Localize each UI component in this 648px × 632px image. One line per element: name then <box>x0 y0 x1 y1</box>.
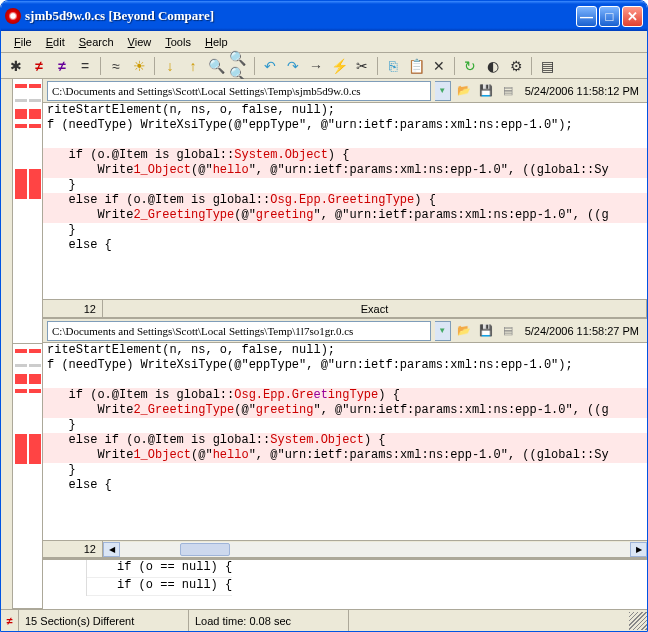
show-diff2-icon[interactable]: ≠ <box>51 55 73 77</box>
thumbnail-strip[interactable] <box>13 79 43 609</box>
top-code[interactable]: riteStartElement(n, ns, o, false, null);… <box>43 103 647 299</box>
reload-icon[interactable]: ↻ <box>459 55 481 77</box>
bottom-timestamp: 5/24/2006 11:58:27 PM <box>521 325 643 337</box>
save-icon[interactable]: 💾 <box>477 322 495 340</box>
top-path-input[interactable] <box>47 81 431 101</box>
top-status-text: Exact <box>103 300 647 317</box>
top-pane-header: ▼ 📂 💾 ▤ 5/24/2006 11:58:12 PM <box>43 79 647 103</box>
code-line: else { <box>43 478 647 493</box>
bottom-path-input[interactable] <box>47 321 431 341</box>
scroll-left-icon[interactable]: ◀ <box>103 542 120 557</box>
window-title: sjmb5d9w.0.cs [Beyond Compare] <box>25 8 576 24</box>
compare-row: if (o == null) { <box>43 578 647 596</box>
copy-icon[interactable]: ⎘ <box>382 55 404 77</box>
menu-tools[interactable]: Tools <box>158 34 198 50</box>
code-line: else { <box>43 238 647 253</box>
rules-icon[interactable]: ☀ <box>128 55 150 77</box>
code-line: Write1_Object(@"hello", @"urn:ietf:param… <box>43 163 647 178</box>
copy-right-icon[interactable]: → <box>305 55 327 77</box>
top-pane-status: 12 Exact <box>43 299 647 317</box>
code-line: } <box>43 178 647 193</box>
status-sections: 15 Section(s) Different <box>19 610 189 631</box>
bottom-line-number: 12 <box>43 541 103 557</box>
scrollbar-thumb[interactable] <box>180 543 230 556</box>
code-line: } <box>43 463 647 478</box>
explorer-icon[interactable]: ▤ <box>499 82 517 100</box>
bottom-pane: ▼ 📂 💾 ▤ 5/24/2006 11:58:27 PM riteStartE… <box>43 319 647 559</box>
scrollbar-track[interactable] <box>120 542 630 557</box>
menu-edit[interactable]: Edit <box>39 34 72 50</box>
code-line: f (needType) WriteXsiType(@"eppType", @"… <box>43 358 647 373</box>
code-line: if (o.@Item is global::System.Object) { <box>43 148 647 163</box>
menu-help[interactable]: Help <box>198 34 235 50</box>
menu-view[interactable]: View <box>121 34 159 50</box>
menu-file[interactable]: File <box>7 34 39 50</box>
find-icon[interactable]: 🔍 <box>205 55 227 77</box>
prev-diff-icon[interactable]: ↓ <box>159 55 181 77</box>
horizontal-scrollbar[interactable]: 12 ◀ ▶ <box>43 540 647 557</box>
menu-search[interactable]: Search <box>72 34 121 50</box>
code-line: if (o.@Item is global::Osg.Epp.GreetingT… <box>43 388 647 403</box>
statusbar: ≠ 15 Section(s) Different Load time: 0.0… <box>1 609 647 631</box>
code-line: f (needType) WriteXsiType(@"eppType", @"… <box>43 118 647 133</box>
top-timestamp: 5/24/2006 11:58:12 PM <box>521 85 643 97</box>
code-line: else if (o.@Item is global::System.Objec… <box>43 433 647 448</box>
bottom-code[interactable]: riteStartElement(n, ns, o, false, null);… <box>43 343 647 540</box>
find-next-icon[interactable]: 🔍🔍 <box>228 55 250 77</box>
app-icon <box>5 8 21 24</box>
show-equal-icon[interactable]: = <box>74 55 96 77</box>
cut-icon[interactable]: ✂ <box>351 55 373 77</box>
approx-icon[interactable]: ≈ <box>105 55 127 77</box>
code-line: riteStartElement(n, ns, o, false, null); <box>43 343 647 358</box>
compare-row: if (o == null) { <box>43 560 647 578</box>
titlebar[interactable]: sjmb5d9w.0.cs [Beyond Compare] — □ ✕ <box>1 1 647 31</box>
top-line-number: 12 <box>43 300 103 317</box>
code-line: Write2_GreetingType(@"greeting", @"urn:i… <box>43 208 647 223</box>
show-diff-icon[interactable]: ≠ <box>28 55 50 77</box>
bottom-pane-header: ▼ 📂 💾 ▤ 5/24/2006 11:58:27 PM <box>43 319 647 343</box>
top-pane: ▼ 📂 💾 ▤ 5/24/2006 11:58:12 PM riteStartE… <box>43 79 647 319</box>
maximize-button[interactable]: □ <box>599 6 620 27</box>
redo-icon[interactable]: ↷ <box>282 55 304 77</box>
status-diff-icon: ≠ <box>1 610 19 631</box>
undo-icon[interactable]: ↶ <box>259 55 281 77</box>
close-button[interactable]: ✕ <box>622 6 643 27</box>
line-compare-panel: if (o == null) { if (o == null) { <box>43 559 647 609</box>
open-folder-icon[interactable]: 📂 <box>455 322 473 340</box>
menubar: File Edit Search View Tools Help <box>1 31 647 53</box>
top-path-dropdown[interactable]: ▼ <box>435 81 451 101</box>
delete-icon[interactable]: ✕ <box>428 55 450 77</box>
explorer-icon[interactable]: ▤ <box>499 322 517 340</box>
minimize-button[interactable]: — <box>576 6 597 27</box>
show-all-icon[interactable]: ✱ <box>5 55 27 77</box>
next-diff-icon[interactable]: ↑ <box>182 55 204 77</box>
toolbar: ✱ ≠ ≠ = ≈ ☀ ↓ ↑ 🔍 🔍🔍 ↶ ↷ → ⚡ ✂ ⎘ 📋 ✕ ↻ ◐… <box>1 53 647 79</box>
open-folder-icon[interactable]: 📂 <box>455 82 473 100</box>
code-line: Write2_GreetingType(@"greeting", @"urn:i… <box>43 403 647 418</box>
paste-icon[interactable]: 📋 <box>405 55 427 77</box>
options-icon[interactable]: ◐ <box>482 55 504 77</box>
app-window: sjmb5d9w.0.cs [Beyond Compare] — □ ✕ Fil… <box>0 0 648 632</box>
swap-icon[interactable]: ⚡ <box>328 55 350 77</box>
gear-icon[interactable]: ⚙ <box>505 55 527 77</box>
left-gutter <box>1 79 13 609</box>
resize-grip[interactable] <box>629 612 647 630</box>
bottom-path-dropdown[interactable]: ▼ <box>435 321 451 341</box>
save-icon[interactable]: 💾 <box>477 82 495 100</box>
code-line: } <box>43 223 647 238</box>
code-line: else if (o.@Item is global::Osg.Epp.Gree… <box>43 193 647 208</box>
code-line: Write1_Object(@"hello", @"urn:ietf:param… <box>43 448 647 463</box>
scroll-right-icon[interactable]: ▶ <box>630 542 647 557</box>
code-line: riteStartElement(n, ns, o, false, null); <box>43 103 647 118</box>
status-loadtime: Load time: 0.08 sec <box>189 610 349 631</box>
content-area: ▼ 📂 💾 ▤ 5/24/2006 11:58:12 PM riteStartE… <box>1 79 647 609</box>
code-line: } <box>43 418 647 433</box>
layout-icon[interactable]: ▤ <box>536 55 558 77</box>
code-line <box>43 133 647 148</box>
code-line <box>43 373 647 388</box>
